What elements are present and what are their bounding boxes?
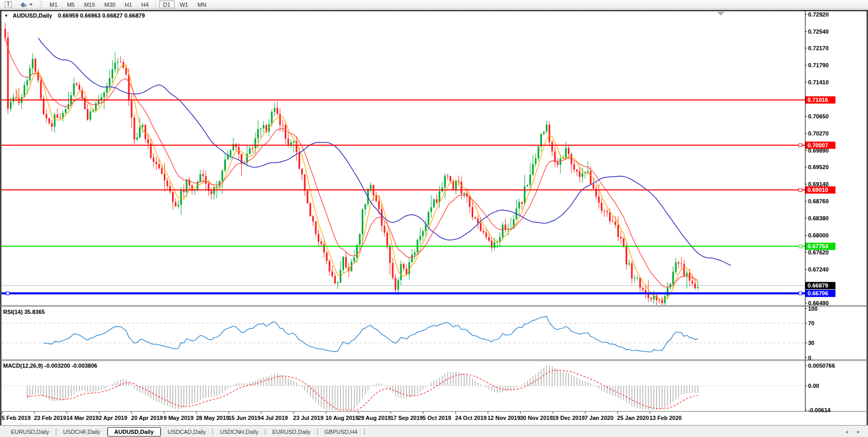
svg-text:0.68760: 0.68760 — [808, 198, 829, 204]
chart-tab-eurusd-daily[interactable]: EURUSD,Daily — [4, 427, 56, 436]
svg-text:0.71790: 0.71790 — [808, 62, 829, 68]
chart-tab-usdcad-daily[interactable]: USDCAD,Daily — [161, 427, 213, 436]
chart-tab-usdchf-daily[interactable]: USDCHF,Daily — [56, 427, 107, 436]
drawing-style-tool-button[interactable] — [17, 1, 37, 8]
date-axis-label: 28 May 2019 — [196, 415, 229, 421]
text-tool-button[interactable]: T — [1, 1, 16, 8]
svg-text:30: 30 — [808, 340, 814, 346]
timeframe-button-mn[interactable]: MN — [193, 1, 210, 8]
svg-text:0: 0 — [808, 355, 811, 361]
text-tool-icon: T — [5, 1, 12, 8]
tab-separator — [364, 429, 365, 435]
svg-text:0.0050766: 0.0050766 — [808, 363, 835, 369]
date-axis-label: 15 Jun 2019 — [228, 415, 260, 421]
date-axis-label: 24 Oct 2019 — [455, 415, 487, 421]
svg-text:0.72920: 0.72920 — [808, 11, 829, 18]
date-axis-label: 23 Jul 2019 — [293, 415, 323, 421]
svg-text:0.68380: 0.68380 — [808, 215, 829, 221]
chart-tab-gbpusd-h4[interactable]: GBPUSD,H4 — [318, 427, 364, 436]
date-axis-label: 19 Dec 2019 — [552, 415, 585, 421]
date-axis-label: 13 Feb 2020 — [649, 415, 681, 421]
tab-scroll-arrows: ◄ ► — [844, 429, 861, 434]
timeframe-button-m1[interactable]: M1 — [45, 1, 61, 8]
chevron-down-icon — [29, 4, 33, 6]
date-axis-label: 29 Aug 2019 — [358, 415, 391, 421]
chart-tab-audusd-daily[interactable]: AUDUSD,Daily — [107, 427, 160, 436]
svg-text:0.67620: 0.67620 — [808, 249, 829, 255]
svg-text:-0.00614: -0.00614 — [808, 407, 831, 413]
date-axis-label: 10 Aug 2019 — [326, 415, 359, 421]
toolbar-grip[interactable] — [40, 1, 42, 8]
svg-text:0.72170: 0.72170 — [808, 45, 829, 51]
svg-text:70: 70 — [808, 320, 814, 326]
svg-text:0.69010: 0.69010 — [808, 187, 828, 193]
chart-tab-eurusd-daily[interactable]: EURUSD,Daily — [266, 427, 317, 436]
chart-tab-usdcnh-daily[interactable]: USDCNH,Daily — [213, 427, 265, 436]
diamond-style-icon — [21, 2, 27, 8]
timeframe-button-m5[interactable]: M5 — [63, 1, 79, 8]
date-axis-label: 2 Apr 2019 — [99, 415, 127, 421]
chart-tabbar: EURUSD,DailyUSDCHF,DailyAUDUSD,DailyUSDC… — [0, 425, 868, 437]
svg-text:0.71410: 0.71410 — [808, 79, 829, 85]
svg-text:0.70007: 0.70007 — [808, 142, 828, 148]
svg-text:0.00: 0.00 — [808, 383, 819, 389]
svg-text:0.66879: 0.66879 — [808, 282, 828, 289]
svg-text:0.71016: 0.71016 — [808, 97, 828, 103]
date-axis-label: 5 Oct 2019 — [423, 415, 451, 421]
symbol-period-label: AUDUSD,Daily — [13, 12, 52, 19]
svg-text:0.70650: 0.70650 — [808, 113, 829, 119]
timeframe-button-m15[interactable]: M15 — [80, 1, 99, 8]
date-axis-label: 12 Nov 2019 — [488, 415, 521, 421]
date-axis-label: 7 Jan 2020 — [585, 415, 614, 421]
date-axis-label: 9 May 2019 — [164, 415, 194, 421]
toolbar-separator — [156, 1, 157, 8]
tab-scroll-right-icon[interactable]: ► — [856, 429, 861, 434]
chart-title: ▼ AUDUSD,Daily 0.66959 0.66963 0.66827 0… — [4, 12, 145, 19]
mt4-window: { "toolbar": { "text_tool_label": "T", "… — [0, 0, 868, 437]
svg-text:0.69140: 0.69140 — [808, 181, 829, 187]
date-axis-label: 5 Feb 2019 — [2, 415, 30, 421]
timeframe-button-h4[interactable]: H4 — [137, 1, 153, 8]
svg-text:0.66706: 0.66706 — [808, 290, 828, 296]
toolbar: T M1M5M15M30H1H4D1W1MN — [0, 0, 868, 9]
chart-canvas[interactable]: 0.729200.725400.721700.717900.714100.706… — [0, 0, 868, 437]
rsi-indicator-label: RSI(14) 35.8365 — [3, 309, 45, 315]
svg-text:100: 100 — [808, 306, 817, 312]
svg-text:0.67754: 0.67754 — [808, 243, 829, 249]
timeframe-button-d1[interactable]: D1 — [159, 1, 175, 8]
timeframe-button-m30[interactable]: M30 — [100, 1, 119, 8]
timeframe-button-h1[interactable]: H1 — [120, 1, 136, 8]
date-axis-label: 25 Jan 2020 — [617, 415, 649, 421]
timeframe-button-w1[interactable]: W1 — [176, 1, 193, 8]
svg-text:0.67240: 0.67240 — [808, 266, 829, 273]
svg-text:0.70270: 0.70270 — [808, 130, 829, 137]
date-axis-label: 20 Apr 2019 — [131, 415, 163, 421]
date-axis-label: 17 Sep 2019 — [390, 415, 423, 421]
svg-text:0.69520: 0.69520 — [808, 164, 829, 170]
svg-text:0.72540: 0.72540 — [808, 28, 829, 35]
macd-indicator-label: MACD(12,26,9) -0.003200 -0.003806 — [3, 363, 97, 369]
date-axis-label: 23 Feb 2019 — [34, 415, 66, 421]
tab-scroll-left-icon[interactable]: ◄ — [844, 429, 849, 434]
date-axis-label: 14 Mar 2019 — [66, 415, 98, 421]
date-axis-label: 4 Jul 2019 — [261, 415, 288, 421]
collapse-triangle-icon[interactable]: ▼ — [4, 13, 8, 18]
ohlc-values: 0.66959 0.66963 0.66827 0.66879 — [58, 12, 145, 19]
date-axis-label: 30 Nov 2019 — [520, 415, 553, 421]
svg-text:0.68000: 0.68000 — [808, 232, 829, 238]
